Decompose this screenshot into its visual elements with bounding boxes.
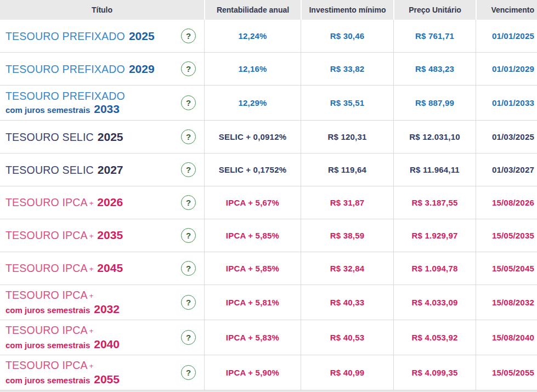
- min-investment-cell: R$ 31,87: [301, 186, 393, 219]
- bond-title-line1: TESOURO IPCA+2045: [5, 262, 123, 276]
- bond-title-cell: TESOURO PREFIXADO2029 ?: [0, 53, 204, 85]
- plus-superscript: +: [89, 325, 94, 337]
- bond-title-cell: TESOURO IPCA+ com juros semestrais2055 ?: [0, 355, 204, 390]
- column-header-vencimento: Vencimento: [476, 0, 537, 20]
- maturity-cell: 15/05/2035: [476, 219, 537, 252]
- bond-title-line1: TESOURO IPCA+: [5, 289, 120, 303]
- unit-price-cell: R$ 4.033,09: [393, 285, 476, 320]
- table-header: Título Rentabilidade anual Investimento …: [0, 0, 537, 20]
- unit-price-cell: R$ 1.929,97: [393, 219, 476, 252]
- help-icon[interactable]: ?: [181, 195, 196, 210]
- bond-name: TESOURO SELIC: [5, 131, 94, 144]
- bond-year: 2035: [97, 229, 123, 241]
- bond-title-line2: com juros semestrais2055: [5, 373, 120, 387]
- min-investment-cell: R$ 38,59: [301, 219, 393, 252]
- annual-rate-cell: SELIC + 0,0912%: [204, 121, 301, 153]
- help-icon[interactable]: ?: [181, 129, 196, 144]
- bond-title-line1: TESOURO PREFIXADO: [5, 90, 125, 103]
- bond-title-cell: TESOURO IPCA+ com juros semestrais2032 ?: [0, 285, 204, 320]
- maturity-cell: 01/01/2029: [476, 53, 537, 85]
- bond-title-line1: TESOURO SELIC2027: [5, 163, 123, 177]
- bond-title: TESOURO IPCA+2035: [5, 229, 123, 243]
- help-icon[interactable]: ?: [181, 330, 196, 345]
- bond-year: 2045: [97, 262, 123, 274]
- bond-year: 2040: [94, 338, 120, 350]
- plus-superscript: +: [89, 263, 94, 275]
- min-investment-cell: R$ 119,64: [301, 154, 393, 186]
- bond-title-line1: TESOURO PREFIXADO2029: [5, 63, 155, 76]
- min-investment-cell: R$ 40,99: [301, 355, 393, 390]
- bond-title-cell: TESOURO IPCA+2045 ?: [0, 252, 204, 285]
- help-icon[interactable]: ?: [181, 162, 196, 177]
- bond-row: TESOURO PREFIXADO2029 ? 12,16% R$ 33,82 …: [0, 53, 537, 86]
- help-icon[interactable]: ?: [181, 29, 196, 43]
- plus-superscript: +: [89, 230, 94, 242]
- bond-year: 2033: [94, 103, 120, 115]
- bond-title: TESOURO SELIC2025: [5, 130, 123, 144]
- help-icon[interactable]: ?: [181, 365, 196, 380]
- unit-price-cell: R$ 11.964,11: [393, 154, 476, 186]
- bond-title-cell: TESOURO SELIC2025 ?: [0, 121, 204, 153]
- bond-row: TESOURO SELIC2027 ? SELIC + 0,1752% R$ 1…: [0, 154, 537, 186]
- bond-name: TESOURO IPCA: [5, 359, 88, 372]
- maturity-cell: 15/08/2040: [476, 320, 537, 355]
- bond-row: TESOURO IPCA+ com juros semestrais2040 ?…: [0, 320, 537, 355]
- column-header-investimento-minimo: Investimento mínimo: [301, 0, 393, 20]
- min-investment-cell: R$ 120,31: [301, 121, 393, 153]
- bond-name: TESOURO IPCA: [5, 289, 88, 302]
- bond-year: 2029: [129, 63, 155, 75]
- bond-title: TESOURO PREFIXADO2029: [5, 63, 155, 76]
- bond-row: TESOURO SELIC2025 ? SELIC + 0,0912% R$ 1…: [0, 121, 537, 154]
- annual-rate-cell: IPCA + 5,85%: [204, 252, 301, 285]
- unit-price-cell: R$ 483,23: [393, 53, 476, 85]
- annual-rate-cell: 12,24%: [204, 20, 301, 52]
- bond-title: TESOURO IPCA+ com juros semestrais2055: [5, 359, 120, 387]
- bond-table: Título Rentabilidade anual Investimento …: [0, 0, 537, 392]
- help-icon[interactable]: ?: [181, 95, 196, 110]
- unit-price-cell: R$ 1.094,78: [393, 252, 476, 285]
- bond-name: TESOURO IPCA: [5, 324, 88, 337]
- bond-title-line1: TESOURO IPCA+: [5, 359, 120, 373]
- bond-name: TESOURO PREFIXADO: [5, 63, 125, 76]
- plus-superscript: +: [89, 197, 94, 209]
- bond-title-line1: TESOURO IPCA+2026: [5, 196, 123, 210]
- bond-title-cell: TESOURO IPCA+ com juros semestrais2040 ?: [0, 320, 204, 355]
- bond-name: TESOURO IPCA: [5, 229, 88, 242]
- min-investment-cell: R$ 32,84: [301, 252, 393, 285]
- maturity-cell: 15/05/2045: [476, 252, 537, 285]
- bond-row: TESOURO IPCA+2026 ? IPCA + 5,67% R$ 31,8…: [0, 186, 537, 219]
- bond-subtitle: com juros semestrais: [5, 339, 90, 351]
- bond-title-cell: TESOURO IPCA+2035 ?: [0, 219, 204, 252]
- help-icon[interactable]: ?: [181, 261, 196, 276]
- unit-price-cell: R$ 3.187,55: [393, 186, 476, 219]
- help-icon[interactable]: ?: [181, 295, 196, 310]
- annual-rate-cell: IPCA + 5,67%: [204, 186, 301, 219]
- annual-rate-cell: IPCA + 5,81%: [204, 285, 301, 320]
- min-investment-cell: R$ 40,33: [301, 285, 393, 320]
- help-icon[interactable]: ?: [181, 228, 196, 243]
- bond-title: TESOURO PREFIXADO com juros semestrais20…: [5, 90, 125, 116]
- bond-title-cell: TESOURO IPCA+2026 ?: [0, 186, 204, 219]
- annual-rate-cell: IPCA + 5,85%: [204, 219, 301, 252]
- unit-price-cell: R$ 887,99: [393, 86, 476, 120]
- bond-year: 2025: [129, 30, 155, 42]
- bond-year: 2055: [94, 373, 120, 385]
- plus-superscript: +: [89, 289, 94, 302]
- plus-superscript: +: [89, 360, 94, 372]
- bond-title: TESOURO PREFIXADO2025: [5, 30, 155, 43]
- unit-price-cell: R$ 761,71: [393, 20, 476, 52]
- bond-year: 2027: [98, 163, 123, 176]
- bond-title-line1: TESOURO SELIC2025: [5, 130, 123, 144]
- annual-rate-cell: 12,16%: [204, 53, 301, 85]
- column-header-preco-unitario: Preço Unitário: [393, 0, 476, 20]
- bond-title: TESOURO IPCA+2045: [5, 262, 123, 276]
- column-header-rentabilidade: Rentabilidade anual: [204, 0, 301, 20]
- unit-price-cell: R$ 4.053,92: [393, 320, 476, 355]
- maturity-cell: 01/01/2025: [476, 20, 537, 52]
- bond-title: TESOURO SELIC2027: [5, 163, 123, 177]
- bond-year: 2025: [98, 130, 123, 143]
- bond-row: TESOURO IPCA+ com juros semestrais2055 ?…: [0, 355, 537, 390]
- min-investment-cell: R$ 40,53: [301, 320, 393, 355]
- help-icon[interactable]: ?: [181, 61, 196, 76]
- column-header-titulo: Título: [0, 0, 204, 20]
